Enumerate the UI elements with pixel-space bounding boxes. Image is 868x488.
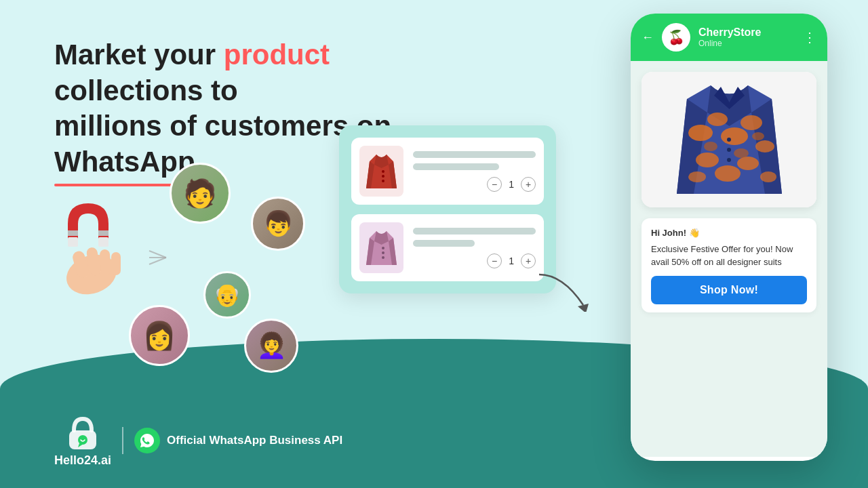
whatsapp-badge: Official WhatsApp Business API [134, 428, 342, 453]
shop-now-button[interactable]: Shop Now! [651, 276, 807, 304]
lock-icon [66, 413, 100, 451]
store-info: CherryStore Online [698, 26, 795, 48]
svg-point-26 [737, 157, 759, 170]
svg-point-17 [382, 256, 384, 259]
more-options-icon[interactable]: ⋮ [803, 29, 816, 45]
svg-point-36 [78, 435, 87, 445]
item-1-quantity: 1 [509, 179, 514, 190]
store-name: CherryStore [698, 26, 795, 39]
person-3-avatar: 👴 [203, 271, 251, 319]
svg-rect-5 [68, 237, 78, 247]
person-1-avatar: 🧑 [170, 163, 231, 224]
product-image-container [642, 72, 816, 207]
svg-point-16 [382, 251, 384, 254]
whatsapp-badge-label: Official WhatsApp Business API [167, 434, 342, 447]
svg-rect-4 [111, 252, 121, 275]
person-5-avatar: 👩‍🦱 [244, 319, 298, 373]
svg-point-24 [696, 152, 719, 167]
item-2-price-bar [413, 240, 475, 247]
svg-point-30 [734, 148, 749, 158]
item-1-quantity-control: − 1 + [413, 177, 536, 192]
hello24-logo: Hello24.ai [54, 413, 111, 468]
arrow-connector [536, 271, 590, 314]
svg-point-31 [752, 132, 764, 140]
item-2-quantity-control: − 1 + [413, 253, 536, 268]
whatsapp-icon [134, 428, 160, 453]
svg-point-25 [715, 165, 741, 182]
message-greeting: Hi John! 👋 [651, 226, 807, 240]
item-2-decrease-button[interactable]: − [487, 253, 502, 268]
suit-jacket-svg [670, 72, 789, 207]
footer-divider [122, 427, 123, 454]
person-2-avatar: 👦 [251, 197, 305, 251]
item-1-details: − 1 + [413, 151, 536, 192]
svg-point-13 [382, 175, 384, 178]
store-avatar: 🍒 [662, 23, 690, 52]
svg-point-15 [382, 247, 384, 249]
svg-point-34 [727, 158, 731, 162]
svg-rect-7 [68, 230, 78, 236]
item-1-name-bar [413, 151, 536, 158]
item-2-details: − 1 + [413, 228, 536, 268]
svg-rect-6 [98, 237, 108, 247]
svg-point-27 [688, 171, 706, 182]
svg-point-14 [382, 180, 384, 182]
svg-point-20 [707, 113, 728, 126]
catalog-panel: − 1 + [339, 125, 556, 293]
item-2-name-bar [413, 228, 536, 235]
chat-header: ← 🍒 CherryStore Online ⋮ [631, 14, 827, 61]
magnet-people-area: 🧑 👦 👴 👩 👩‍🦱 [41, 163, 366, 380]
svg-point-23 [755, 140, 774, 152]
footer-brand: Hello24.ai Official WhatsApp Business AP… [54, 413, 342, 468]
signal-lines-icon [146, 237, 186, 278]
headline-highlight: product [224, 39, 330, 70]
person-4-avatar: 👩 [129, 305, 190, 366]
svg-point-28 [760, 171, 776, 182]
svg-line-9 [149, 251, 166, 258]
svg-point-21 [721, 127, 748, 145]
message-bubble: Hi John! 👋 Exclusive Festive Offer for y… [642, 218, 816, 312]
back-button[interactable]: ← [642, 30, 654, 45]
chat-body: Hi John! 👋 Exclusive Festive Offer for y… [631, 61, 827, 457]
svg-point-29 [704, 142, 717, 151]
item-2-increase-button[interactable]: + [521, 253, 536, 268]
svg-point-22 [741, 115, 762, 130]
message-body: Exclusive Festive Offer for you! Now ava… [651, 244, 793, 268]
catalog-item-2: − 1 + [351, 214, 544, 281]
item-2-image [359, 222, 403, 273]
svg-point-12 [382, 170, 384, 173]
svg-point-19 [688, 125, 713, 141]
main-container: Market your product collections to milli… [0, 0, 868, 488]
catalog-item-1: − 1 + [351, 138, 544, 205]
item-2-quantity: 1 [509, 256, 514, 266]
product-image-area [642, 72, 816, 207]
svg-point-32 [727, 138, 731, 142]
svg-line-11 [149, 258, 166, 264]
svg-point-33 [727, 148, 731, 152]
brand-name-text: Hello24.ai [54, 453, 111, 468]
item-1-decrease-button[interactable]: − [487, 177, 502, 192]
item-1-increase-button[interactable]: + [521, 177, 536, 192]
store-status: Online [698, 39, 795, 48]
svg-rect-8 [98, 230, 108, 236]
message-content: Hi John! 👋 Exclusive Festive Offer for y… [651, 226, 807, 269]
item-1-image [359, 146, 403, 197]
phone-mockup: ← 🍒 CherryStore Online ⋮ [631, 14, 827, 461]
item-1-price-bar [413, 163, 499, 170]
